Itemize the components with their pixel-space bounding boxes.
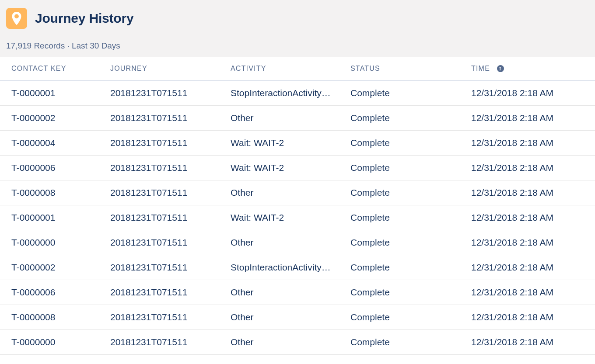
cell-time: 12/31/2018 2:18 AM bbox=[471, 80, 595, 106]
cell-activity: Other bbox=[231, 106, 350, 131]
cell-contact-key: T-0000006 bbox=[0, 280, 110, 305]
cell-journey: 20181231T071511 bbox=[110, 280, 231, 305]
cell-journey: 20181231T071511 bbox=[110, 305, 231, 330]
cell-contact-key: T-0000000 bbox=[0, 330, 110, 355]
cell-journey: 20181231T071511 bbox=[110, 80, 231, 106]
cell-time: 12/31/2018 2:18 AM bbox=[471, 330, 595, 355]
cell-activity: Other bbox=[231, 280, 350, 305]
map-pin-icon bbox=[11, 12, 22, 25]
cell-status: Complete bbox=[350, 255, 471, 280]
table-row[interactable]: T-000000620181231T071511OtherComplete12/… bbox=[0, 280, 595, 305]
cell-activity: Wait: WAIT-2 bbox=[231, 156, 350, 180]
table-row[interactable]: T-000000020181231T071511OtherComplete12/… bbox=[0, 330, 595, 355]
col-header-activity[interactable]: Activity bbox=[231, 57, 350, 80]
cell-time: 12/31/2018 2:18 AM bbox=[471, 131, 595, 156]
cell-activity: Other bbox=[231, 230, 350, 255]
table-row[interactable]: T-000000220181231T071511StopInteractionA… bbox=[0, 255, 595, 280]
journey-history-table: Contact Key Journey Activity Status Time… bbox=[0, 57, 595, 355]
journey-history-icon bbox=[6, 8, 27, 29]
col-header-status[interactable]: Status bbox=[350, 57, 471, 80]
cell-contact-key: T-0000000 bbox=[0, 230, 110, 255]
cell-activity: StopInteractionActivity… bbox=[231, 255, 350, 280]
cell-contact-key: T-0000008 bbox=[0, 305, 110, 330]
cell-status: Complete bbox=[350, 131, 471, 156]
cell-time: 12/31/2018 2:18 AM bbox=[471, 180, 595, 205]
table-header-row: Contact Key Journey Activity Status Time… bbox=[0, 57, 595, 80]
table-row[interactable]: T-000000820181231T071511OtherComplete12/… bbox=[0, 180, 595, 205]
cell-journey: 20181231T071511 bbox=[110, 156, 231, 180]
cell-contact-key: T-0000006 bbox=[0, 156, 110, 180]
cell-status: Complete bbox=[350, 230, 471, 255]
table-row[interactable]: T-000000620181231T071511Wait: WAIT-2Comp… bbox=[0, 156, 595, 180]
cell-time: 12/31/2018 2:18 AM bbox=[471, 255, 595, 280]
table-row[interactable]: T-000000220181231T071511OtherComplete12/… bbox=[0, 106, 595, 131]
cell-time: 12/31/2018 2:18 AM bbox=[471, 106, 595, 131]
col-header-contact-key[interactable]: Contact Key bbox=[0, 57, 110, 80]
cell-activity: StopInteractionActivity… bbox=[231, 80, 350, 106]
table-row[interactable]: T-000000420181231T071511Wait: WAIT-2Comp… bbox=[0, 131, 595, 156]
cell-time: 12/31/2018 2:18 AM bbox=[471, 280, 595, 305]
cell-contact-key: T-0000004 bbox=[0, 131, 110, 156]
cell-status: Complete bbox=[350, 156, 471, 180]
col-header-journey[interactable]: Journey bbox=[110, 57, 231, 80]
col-header-time-label: Time bbox=[471, 65, 490, 72]
cell-contact-key: T-0000001 bbox=[0, 205, 110, 230]
cell-contact-key: T-0000002 bbox=[0, 106, 110, 131]
cell-status: Complete bbox=[350, 80, 471, 106]
info-icon[interactable]: i bbox=[497, 65, 504, 72]
cell-contact-key: T-0000008 bbox=[0, 180, 110, 205]
cell-journey: 20181231T071511 bbox=[110, 131, 231, 156]
page-title: Journey History bbox=[35, 11, 133, 26]
table-row[interactable]: T-000000020181231T071511OtherComplete12/… bbox=[0, 230, 595, 255]
cell-activity: Other bbox=[231, 330, 350, 355]
cell-activity: Other bbox=[231, 305, 350, 330]
cell-status: Complete bbox=[350, 180, 471, 205]
table-row[interactable]: T-000000820181231T071511OtherComplete12/… bbox=[0, 305, 595, 330]
cell-time: 12/31/2018 2:18 AM bbox=[471, 305, 595, 330]
cell-activity: Wait: WAIT-2 bbox=[231, 131, 350, 156]
cell-status: Complete bbox=[350, 330, 471, 355]
cell-activity: Wait: WAIT-2 bbox=[231, 205, 350, 230]
cell-contact-key: T-0000001 bbox=[0, 80, 110, 106]
cell-journey: 20181231T071511 bbox=[110, 330, 231, 355]
cell-journey: 20181231T071511 bbox=[110, 230, 231, 255]
cell-contact-key: T-0000002 bbox=[0, 255, 110, 280]
cell-activity: Other bbox=[231, 180, 350, 205]
table-row[interactable]: T-000000120181231T071511StopInteractionA… bbox=[0, 80, 595, 106]
cell-status: Complete bbox=[350, 280, 471, 305]
cell-time: 12/31/2018 2:18 AM bbox=[471, 230, 595, 255]
cell-journey: 20181231T071511 bbox=[110, 106, 231, 131]
cell-journey: 20181231T071511 bbox=[110, 180, 231, 205]
cell-time: 12/31/2018 2:18 AM bbox=[471, 205, 595, 230]
cell-status: Complete bbox=[350, 205, 471, 230]
cell-journey: 20181231T071511 bbox=[110, 255, 231, 280]
cell-time: 12/31/2018 2:18 AM bbox=[471, 156, 595, 180]
title-row: Journey History bbox=[6, 8, 589, 29]
table-row[interactable]: T-000000120181231T071511Wait: WAIT-2Comp… bbox=[0, 205, 595, 230]
col-header-time[interactable]: Time i bbox=[471, 57, 595, 80]
cell-status: Complete bbox=[350, 106, 471, 131]
record-meta: 17,919 Records · Last 30 Days bbox=[6, 41, 589, 51]
page-header: Journey History 17,919 Records · Last 30… bbox=[0, 0, 595, 57]
cell-status: Complete bbox=[350, 305, 471, 330]
cell-journey: 20181231T071511 bbox=[110, 205, 231, 230]
